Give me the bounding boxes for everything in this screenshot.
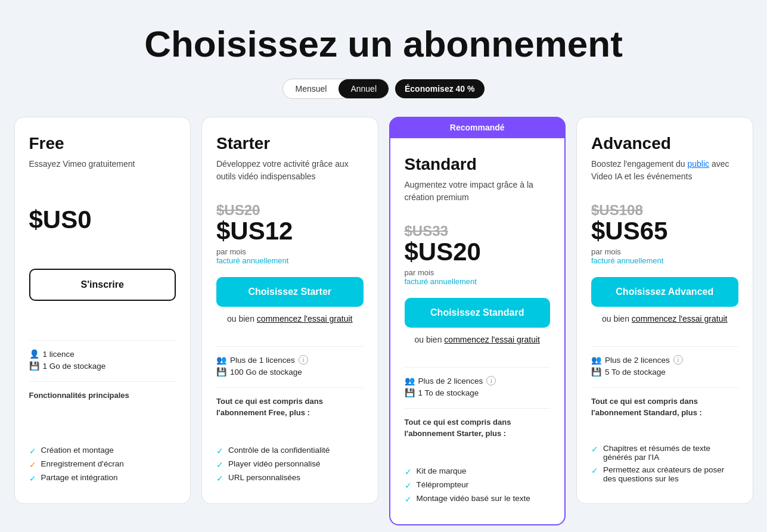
free-licenses: 1 licence <box>43 350 74 359</box>
starter-licenses: Plus de 1 licences <box>230 356 295 365</box>
plan-starter-wrapper: Starter Développez votre activité grâce … <box>201 117 378 504</box>
standard-feature-0: ✓ Kit de marque <box>405 466 551 477</box>
storage-icon: 💾 <box>405 388 415 397</box>
savings-badge: Économisez 40 % <box>395 79 485 98</box>
starter-feature-1-text: Player vidéo personnalisé <box>228 459 321 468</box>
standard-feature-1-text: Téléprompteur <box>417 480 469 489</box>
check-icon: ✓ <box>29 460 36 469</box>
page-container: Choisissez un abonnement Mensuel Annuel … <box>12 24 755 504</box>
starter-plan-name: Starter <box>216 134 364 153</box>
starter-feature-2: ✓ URL personnalisées <box>216 473 364 483</box>
free-license-row: 👤 1 licence <box>29 349 176 359</box>
check-icon: ✓ <box>29 474 36 483</box>
starter-license-row: 👥 Plus de 1 licences i <box>216 355 364 365</box>
check-icon: ✓ <box>405 494 412 504</box>
check-icon: ✓ <box>405 481 412 490</box>
plan-free-wrapper: Free Essayez Vimeo gratuitement $US0 S'i… <box>14 117 191 504</box>
free-feature-2: ✓ Partage et intégration <box>29 473 176 483</box>
check-icon: ✓ <box>405 467 412 477</box>
starter-trial-prefix: ou bien <box>227 314 257 323</box>
free-feature-0: ✓ Création et montage <box>29 446 176 456</box>
advanced-divider <box>591 346 738 347</box>
starter-feature-2-text: URL personnalisées <box>228 473 300 482</box>
free-price-section: $US0 <box>29 203 176 269</box>
billing-toggle: Mensuel Annuel Économisez 40 % <box>282 79 484 99</box>
standard-divider <box>405 367 551 368</box>
check-icon: ✓ <box>216 474 223 483</box>
advanced-included-text: Tout ce qui est compris dans l'abonnemen… <box>591 396 738 418</box>
plan-card-free: Free Essayez Vimeo gratuitement $US0 S'i… <box>14 117 191 504</box>
free-storage-row: 💾 1 Go de stockage <box>29 361 176 371</box>
standard-licenses: Plus de 2 licences <box>418 377 483 385</box>
check-icon: ✓ <box>216 446 223 456</box>
free-price-current: $US0 <box>29 206 176 234</box>
starter-storage-row: 💾 100 Go de stockage <box>216 367 364 377</box>
advanced-licenses: Plus de 2 licences <box>605 356 670 365</box>
advanced-trial-prefix: ou bien <box>602 314 632 323</box>
free-cta-button[interactable]: S'inscrire <box>29 269 176 301</box>
standard-included-text: Tout ce qui est compris dans l'abonnemen… <box>405 417 551 438</box>
starter-feature-0: ✓ Contrôle de la confidentialité <box>216 446 364 456</box>
page-title: Choisissez un abonnement <box>12 24 755 64</box>
standard-storage: 1 To de stockage <box>418 388 479 397</box>
free-plan-name: Free <box>29 134 176 153</box>
advanced-price-billing: facturé annuellement <box>591 256 738 265</box>
info-icon[interactable]: i <box>486 376 496 385</box>
monthly-toggle[interactable]: Mensuel <box>283 79 339 98</box>
standard-price-current: $US20 <box>405 238 551 266</box>
info-icon[interactable]: i <box>673 355 683 365</box>
standard-plan-description: Augmentez votre impact grâce à la créati… <box>405 179 551 214</box>
advanced-storage-row: 💾 5 To de stockage <box>591 367 738 377</box>
free-feature-1: ✓ Enregistrement d'écran <box>29 459 176 469</box>
advanced-desc-link[interactable]: public <box>687 159 709 169</box>
standard-feature-0-text: Kit de marque <box>417 466 467 475</box>
advanced-license-row: 👥 Plus de 2 licences i <box>591 355 738 365</box>
starter-trial-link[interactable]: commencez l'essai gratuit <box>257 314 353 323</box>
check-icon: ✓ <box>29 446 36 456</box>
starter-feature-0-text: Contrôle de la confidentialité <box>228 446 330 455</box>
advanced-feature-0: ✓ Chapitres et résumés de texte générés … <box>591 444 738 462</box>
plan-standard-wrapper: Recommandé Standard Augmentez votre impa… <box>389 117 566 504</box>
check-icon: ✓ <box>591 444 598 454</box>
advanced-features-list: ✓ Chapitres et résumés de texte générés … <box>591 444 738 487</box>
free-divider2 <box>29 381 176 382</box>
standard-cta-button[interactable]: Choisissez Standard <box>405 298 551 328</box>
advanced-price-current: $US65 <box>591 217 738 245</box>
starter-included-text: Tout ce qui est compris dans l'abonnemen… <box>216 396 364 418</box>
starter-features-list: ✓ Contrôle de la confidentialité ✓ Playe… <box>216 446 364 487</box>
info-icon[interactable]: i <box>299 355 308 365</box>
starter-cta-button[interactable]: Choisissez Starter <box>216 277 364 307</box>
plan-advanced-wrapper: Advanced Boostez l'engagement du public … <box>576 117 753 504</box>
standard-trial-prefix: ou bien <box>415 335 445 344</box>
standard-license-row: 👥 Plus de 2 licences i <box>405 376 551 385</box>
storage-icon: 💾 <box>591 367 601 377</box>
plans-container: Free Essayez Vimeo gratuitement $US0 S'i… <box>14 117 753 504</box>
free-divider <box>29 340 176 341</box>
advanced-trial-link[interactable]: commencez l'essai gratuit <box>632 314 728 323</box>
starter-plan-description: Développez votre activité grâce aux outi… <box>216 158 364 194</box>
standard-price-billing: facturé annuellement <box>405 277 551 286</box>
starter-storage: 100 Go de stockage <box>230 368 302 377</box>
page-header: Choisissez un abonnement Mensuel Annuel … <box>12 24 755 99</box>
plan-card-advanced: Advanced Boostez l'engagement du public … <box>576 117 753 504</box>
standard-divider2 <box>405 408 551 409</box>
person-icon: 👥 <box>405 376 415 385</box>
advanced-price-section: $US108 $US65 par mois facturé annuelleme… <box>591 203 738 277</box>
check-icon: ✓ <box>591 466 598 475</box>
standard-feature-1: ✓ Téléprompteur <box>405 480 551 490</box>
annual-toggle[interactable]: Annuel <box>339 79 389 98</box>
starter-price-original: $US20 <box>216 203 364 217</box>
advanced-trial: ou bien commencez l'essai gratuit <box>591 314 738 323</box>
free-feature-2-text: Partage et intégration <box>41 473 118 482</box>
starter-divider2 <box>216 387 364 388</box>
standard-trial-link[interactable]: commencez l'essai gratuit <box>444 335 540 344</box>
advanced-cta-button[interactable]: Choisissez Advanced <box>591 277 738 307</box>
advanced-price-period: par mois <box>591 247 738 256</box>
standard-price-section: $US33 $US20 par mois facturé annuellemen… <box>405 224 551 298</box>
advanced-divider2 <box>591 387 738 388</box>
free-feature-0-text: Création et montage <box>41 446 114 455</box>
advanced-storage: 5 To de stockage <box>605 368 666 377</box>
recommended-label: Recommandé <box>389 117 566 138</box>
standard-plan-name: Standard <box>405 155 551 174</box>
starter-price-billing: facturé annuellement <box>216 256 364 265</box>
